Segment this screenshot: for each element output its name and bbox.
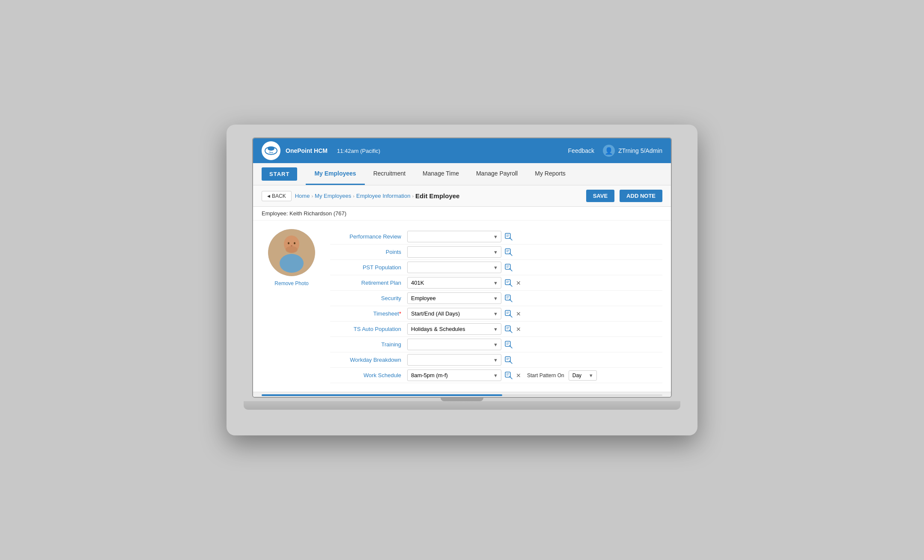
- magnifier-icon-ts-auto-population[interactable]: [504, 325, 513, 334]
- employee-photo: [268, 229, 315, 276]
- select-pst-population[interactable]: [407, 262, 501, 273]
- select-wrapper-workday-breakdown: ▼: [407, 354, 501, 366]
- select-wrapper-security: Employee ▼: [407, 292, 501, 304]
- select-performance-review[interactable]: [407, 231, 501, 242]
- svg-line-39: [510, 346, 512, 348]
- select-wrapper-ts-auto-population: Holidays & Schedules ▼: [407, 323, 501, 335]
- feedback-button[interactable]: Feedback: [568, 147, 594, 154]
- user-area[interactable]: 👤 ZTrning 5/Admin: [603, 145, 662, 157]
- add-note-button[interactable]: ADD NOTE: [620, 190, 662, 202]
- form-row-training: Training ▼: [330, 337, 662, 352]
- svg-point-6: [286, 246, 298, 253]
- field-label-training[interactable]: Training: [330, 341, 407, 348]
- select-ts-auto-population[interactable]: Holidays & Schedules: [407, 323, 501, 335]
- select-wrapper-work-schedule: 8am-5pm (m-f) ▼: [407, 369, 501, 381]
- select-timesheet[interactable]: Start/End (All Days): [407, 308, 501, 319]
- field-label-retirement-plan[interactable]: Retirement Plan: [330, 280, 407, 286]
- field-control-training: ▼: [407, 339, 662, 350]
- svg-line-15: [510, 253, 512, 256]
- field-control-points: ▼: [407, 246, 662, 258]
- logo-icon: One: [262, 141, 280, 160]
- magnifier-icon-training[interactable]: [504, 340, 513, 349]
- field-control-ts-auto-population: Holidays & Schedules ▼: [407, 323, 662, 335]
- svg-line-11: [510, 238, 512, 240]
- laptop-notch: [441, 398, 483, 401]
- magnifier-icon-timesheet[interactable]: [504, 309, 513, 319]
- breadcrumb-my-employees[interactable]: My Employees: [315, 193, 351, 199]
- clear-work-schedule[interactable]: ✕: [516, 372, 521, 379]
- svg-text:One: One: [269, 151, 273, 154]
- tab-manage-payroll[interactable]: Manage Payroll: [468, 163, 526, 185]
- save-button[interactable]: SAVE: [586, 190, 614, 202]
- select-wrapper-timesheet: Start/End (All Days) ▼: [407, 308, 501, 319]
- top-time: 11:42am (Pacific): [337, 148, 380, 154]
- magnifier-icon-workday-breakdown[interactable]: [504, 355, 513, 365]
- breadcrumb-employee-info[interactable]: Employee Information: [356, 193, 410, 199]
- tab-my-reports[interactable]: My Reports: [526, 163, 574, 185]
- breadcrumb-sep-3: ›: [412, 194, 414, 199]
- main-content: Remove Photo Performance Review ▼: [253, 220, 671, 392]
- select-wrapper-performance-review: ▼: [407, 231, 501, 242]
- secondary-nav: START My Employees Recruitment Manage Ti…: [253, 163, 671, 185]
- field-label-workday-breakdown[interactable]: Workday Breakdown: [330, 357, 407, 363]
- field-label-security[interactable]: Security: [330, 295, 407, 301]
- breadcrumb-sep-2: ›: [353, 194, 355, 199]
- svg-line-43: [510, 361, 512, 363]
- select-day[interactable]: Day Week Month: [569, 370, 597, 381]
- scroll-bar[interactable]: [262, 394, 662, 396]
- photo-section: Remove Photo: [262, 229, 322, 383]
- field-label-performance-review[interactable]: Performance Review: [330, 233, 407, 240]
- magnifier-icon-performance-review[interactable]: [504, 232, 513, 241]
- field-label-points[interactable]: Points: [330, 249, 407, 255]
- breadcrumb-bar: BACK Home › My Employees › Employee Info…: [253, 185, 671, 207]
- select-wrapper-training: ▼: [407, 339, 501, 350]
- day-select-wrapper: Day Week Month ▼: [569, 370, 597, 381]
- field-control-security: Employee ▼: [407, 292, 662, 304]
- logo-area: One OnePoint HCM 11:42am (Pacific): [262, 141, 380, 160]
- select-work-schedule[interactable]: 8am-5pm (m-f): [407, 369, 501, 381]
- breadcrumb-sep-1: ›: [311, 194, 313, 199]
- form-row-points: Points ▼: [330, 244, 662, 260]
- magnifier-icon-points[interactable]: [504, 247, 513, 257]
- clear-timesheet[interactable]: ✕: [516, 310, 521, 317]
- tab-my-employees[interactable]: My Employees: [306, 163, 364, 185]
- svg-line-35: [510, 330, 512, 333]
- magnifier-icon-retirement-plan[interactable]: [504, 278, 513, 288]
- field-label-timesheet[interactable]: Timesheet*: [330, 310, 407, 317]
- breadcrumb-current: Edit Employee: [415, 192, 459, 200]
- field-label-ts-auto-population[interactable]: TS Auto Population: [330, 326, 407, 332]
- clear-ts-auto-population[interactable]: ✕: [516, 326, 521, 333]
- tab-recruitment[interactable]: Recruitment: [365, 163, 414, 185]
- top-bar: One OnePoint HCM 11:42am (Pacific) Feedb…: [253, 138, 671, 163]
- clear-retirement-plan[interactable]: ✕: [516, 280, 521, 286]
- form-row-timesheet: Timesheet* Start/End (All Days) ▼: [330, 306, 662, 322]
- field-control-retirement-plan: 401K ▼ ✕: [407, 277, 662, 289]
- field-label-pst-population[interactable]: PST Population: [330, 264, 407, 271]
- select-workday-breakdown[interactable]: [407, 354, 501, 366]
- start-button[interactable]: START: [262, 167, 297, 181]
- laptop-screen: One OnePoint HCM 11:42am (Pacific) Feedb…: [252, 137, 672, 398]
- select-retirement-plan[interactable]: 401K: [407, 277, 501, 289]
- form-row-security: Security Employee ▼: [330, 291, 662, 306]
- select-training[interactable]: [407, 339, 501, 350]
- svg-point-7: [288, 242, 289, 244]
- tab-manage-time[interactable]: Manage Time: [414, 163, 468, 185]
- select-wrapper-pst-population: ▼: [407, 262, 501, 273]
- select-points[interactable]: [407, 246, 501, 258]
- breadcrumb-home[interactable]: Home: [295, 193, 310, 199]
- svg-point-9: [291, 245, 292, 247]
- form-row-performance-review: Performance Review ▼: [330, 229, 662, 244]
- magnifier-icon-work-schedule[interactable]: [504, 371, 513, 380]
- field-control-performance-review: ▼: [407, 231, 662, 242]
- field-control-timesheet: Start/End (All Days) ▼: [407, 308, 662, 319]
- magnifier-icon-security[interactable]: [504, 294, 513, 303]
- svg-point-5: [280, 254, 304, 273]
- field-label-work-schedule[interactable]: Work Schedule: [330, 372, 407, 378]
- magnifier-icon-pst-population[interactable]: [504, 263, 513, 272]
- svg-line-31: [510, 315, 512, 317]
- select-security[interactable]: Employee: [407, 292, 501, 304]
- remove-photo-link[interactable]: Remove Photo: [274, 280, 308, 286]
- laptop-base: [244, 401, 680, 410]
- back-button[interactable]: BACK: [262, 191, 292, 201]
- form-row-pst-population: PST Population ▼: [330, 260, 662, 275]
